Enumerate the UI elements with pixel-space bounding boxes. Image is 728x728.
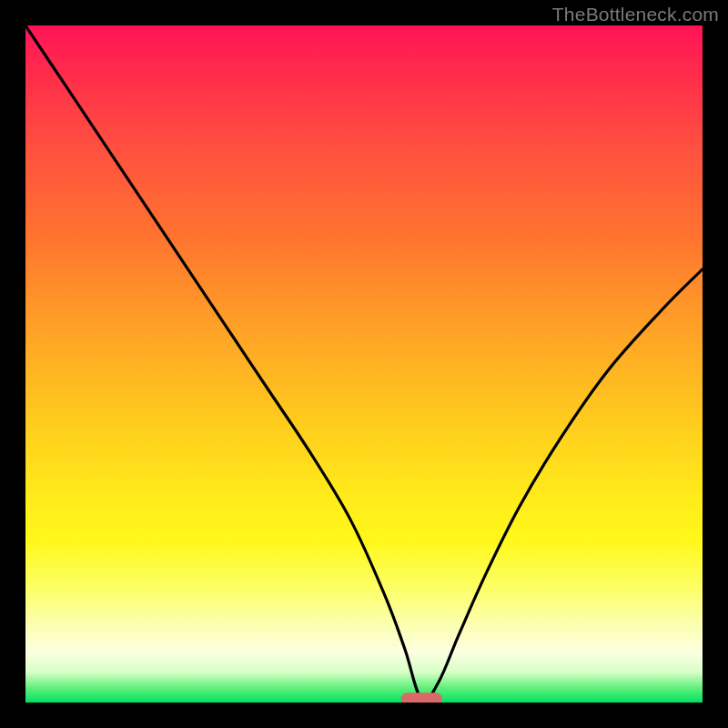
plot-area	[25, 25, 703, 703]
watermark-text: TheBottleneck.com	[552, 4, 719, 25]
curve-layer	[25, 25, 703, 703]
chart-frame: TheBottleneck.com	[0, 0, 728, 728]
bottleneck-curve	[25, 25, 703, 701]
optimal-point-marker	[401, 693, 441, 703]
